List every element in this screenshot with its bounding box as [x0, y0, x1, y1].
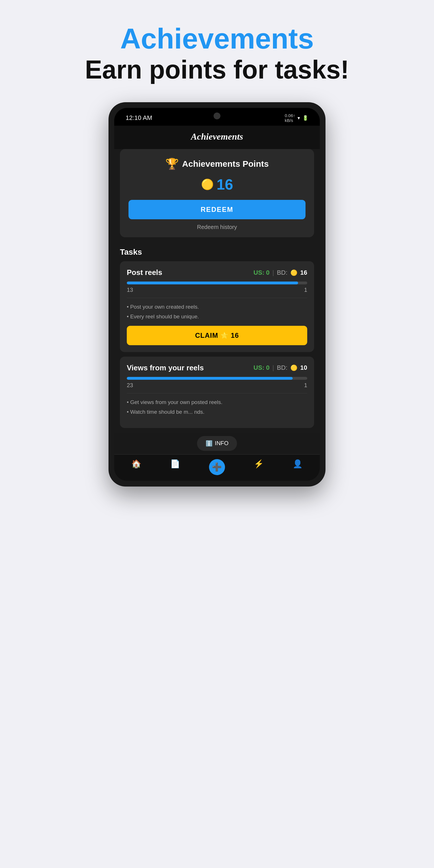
home-nav-icon: 🏠 [131, 459, 141, 469]
info-label: INFO [215, 440, 229, 446]
tasks-section: Tasks Post reels US: 0 | BD: 🟡 16 [114, 242, 320, 428]
task-card-views-reels: Views from your reels US: 0 | BD: 🟡 10 [120, 356, 314, 428]
progress-bar-bg-2 [127, 377, 307, 380]
claim-amount: 16 [231, 332, 239, 340]
task-desc-line2: • Every reel should be unique. [127, 312, 307, 321]
progress-post-reels: 13 1 [127, 282, 307, 293]
app-header-title: Achievements [123, 131, 311, 142]
profile-nav-icon: 👤 [293, 459, 303, 469]
task-name-post-reels: Post reels [127, 268, 162, 277]
task-header-views-reels: Views from your reels US: 0 | BD: 🟡 10 [127, 364, 307, 372]
task-desc-line1: • Post your own created reels. [127, 303, 307, 311]
info-button[interactable]: ℹ️ INFO [197, 436, 237, 451]
nav-item-profile[interactable]: 👤 [293, 459, 303, 475]
bd-coin-icon-2: 🟡 [290, 364, 298, 371]
battery-icon: 🔋 [302, 115, 308, 121]
task-reward-post-reels: US: 0 | BD: 🟡 16 [253, 269, 307, 276]
redeem-history-link[interactable]: Redeem history [128, 224, 306, 230]
coin-icon: 🟡 [201, 179, 214, 190]
page-nav-icon: 📄 [170, 459, 180, 469]
bottom-nav: 🏠 📄 ➕ ⚡ 👤 [114, 454, 320, 481]
task-header-post-reels: Post reels US: 0 | BD: 🟡 16 [127, 268, 307, 277]
tasks-label: Tasks [120, 248, 314, 257]
claim-coin-icon: ⭐ [220, 332, 228, 339]
task-desc-line2-2: • Watch time should be m... nds. [127, 408, 307, 416]
task-card-post-reels: Post reels US: 0 | BD: 🟡 16 [120, 261, 314, 352]
progress-labels-2: 23 1 [127, 382, 307, 389]
info-bar: ℹ️ INFO [114, 433, 320, 454]
nav-item-add[interactable]: ➕ [209, 459, 225, 475]
progress-labels: 13 1 [127, 287, 307, 293]
camera-notch [214, 113, 220, 119]
progress-current: 13 [127, 287, 133, 293]
reward-divider: | [272, 269, 274, 276]
bd-label-2: BD: [277, 364, 287, 371]
app-header: Achievements [114, 126, 320, 149]
trophy-icon: 🏆 [165, 158, 179, 170]
page-title: Achievements [11, 23, 423, 54]
network-speed: 0.06↑kB/s [285, 113, 295, 123]
add-nav-circle: ➕ [209, 459, 225, 475]
points-card: 🏆 Achievements Points 🟡 16 REDEEM Redeem… [120, 149, 314, 237]
bd-amount-views-reels: 10 [300, 364, 307, 371]
claim-button-post-reels[interactable]: CLAIM ⭐ 16 [127, 326, 307, 345]
progress-bar-bg [127, 282, 307, 284]
task-name-views-reels: Views from your reels [127, 364, 204, 372]
progress-max: 1 [304, 287, 307, 293]
points-title-text: Achievements Points [182, 159, 269, 169]
us-reward-views-reels: US: 0 [253, 364, 270, 371]
status-icons: 0.06↑kB/s ▾ 🔋 [285, 113, 308, 123]
wifi-icon: ▾ [298, 115, 300, 121]
points-title-row: 🏆 Achievements Points [128, 158, 306, 170]
progress-max-2: 1 [304, 382, 307, 389]
task-reward-views-reels: US: 0 | BD: 🟡 10 [253, 364, 307, 371]
info-icon: ℹ️ [206, 440, 213, 447]
progress-bar-fill [127, 282, 298, 284]
progress-current-2: 23 [127, 382, 133, 389]
add-nav-icon: ➕ [212, 462, 222, 472]
points-value-row: 🟡 16 [128, 176, 306, 193]
reward-divider-2: | [272, 364, 274, 371]
page-header: Achievements Earn points for tasks! [0, 0, 434, 102]
points-number: 16 [217, 176, 233, 193]
app-content: Achievements 🏆 Achievements Points 🟡 16 … [114, 126, 320, 481]
task-description-post-reels: • Post your own created reels. • Every r… [127, 298, 307, 321]
status-bar: 12:10 AM 0.06↑kB/s ▾ 🔋 [114, 108, 320, 126]
progress-bar-fill-2 [127, 377, 293, 380]
bd-label: BD: [277, 269, 287, 276]
status-time: 12:10 AM [126, 114, 152, 122]
nav-item-activity[interactable]: ⚡ [254, 459, 264, 475]
activity-nav-icon: ⚡ [254, 459, 264, 469]
phone-screen: 12:10 AM 0.06↑kB/s ▾ 🔋 Achievements 🏆 [114, 108, 320, 481]
us-reward-post-reels: US: 0 [253, 269, 270, 276]
progress-views-reels: 23 1 [127, 377, 307, 389]
redeem-button[interactable]: REDEEM [128, 200, 306, 219]
page-subtitle: Earn points for tasks! [11, 54, 423, 85]
page-wrapper: Achievements Earn points for tasks! 12:1… [0, 0, 434, 509]
phone-frame: 12:10 AM 0.06↑kB/s ▾ 🔋 Achievements 🏆 [108, 102, 326, 487]
nav-item-home[interactable]: 🏠 [131, 459, 141, 475]
bd-coin-icon: 🟡 [290, 269, 298, 276]
task-desc-line1-2: • Get views from your own posted reels. [127, 398, 307, 407]
bd-amount-post-reels: 16 [300, 269, 307, 276]
nav-item-page[interactable]: 📄 [170, 459, 180, 475]
task-description-views-reels: • Get views from your own posted reels. … [127, 393, 307, 416]
claim-label: CLAIM [195, 332, 218, 340]
